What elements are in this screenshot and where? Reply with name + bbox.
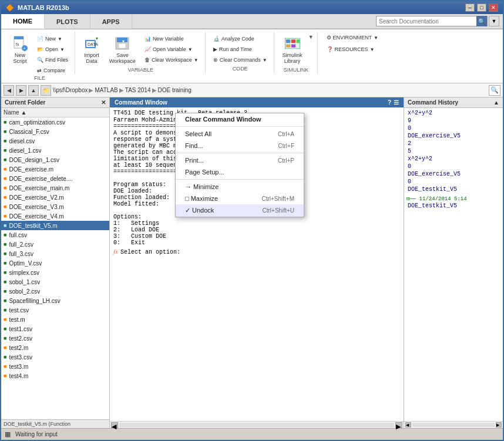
svg-rect-15 [291, 39, 295, 43]
address-search-button[interactable]: 🔍 [489, 85, 500, 96]
back-button[interactable]: ◀ [4, 85, 14, 96]
resources-button[interactable]: ❓ RESOURCES ▼ [324, 45, 381, 54]
hist-item[interactable]: DOE_exercise_V5 [406, 170, 500, 178]
list-item[interactable]: ■ test2.m [1, 343, 109, 352]
ctx-maximize[interactable]: □ Maximize Ctrl+Shift+M [176, 193, 304, 204]
simulink-library-button[interactable]: Simulink Library [279, 33, 306, 67]
list-item-selected[interactable]: ■ DOE_testkit_V5.m [1, 221, 109, 230]
horizontal-scrollbar[interactable]: ◀ ▶ [110, 421, 404, 428]
ctx-minimize[interactable]: → Minimize [176, 181, 304, 193]
find-files-button[interactable]: 🔍 Find Files [34, 55, 71, 65]
title-bar: 🔶 MATLAB R2013b ─ □ ✕ [1, 1, 503, 14]
hist-item[interactable]: 0 [406, 124, 500, 132]
list-item[interactable]: ■ Spacefilling_LH.csv [1, 296, 109, 305]
tab-home[interactable]: HOME [1, 14, 45, 29]
ctx-sep-2 [176, 153, 304, 153]
code-group-label: CODE [233, 66, 248, 73]
search-button[interactable]: 🔍 [476, 16, 487, 26]
ctx-page-setup[interactable]: Page Setup... [176, 166, 304, 178]
list-item[interactable]: ■ Classical_F.csv [1, 127, 109, 136]
folder-panel-close[interactable]: ✕ [101, 99, 106, 106]
hist-item[interactable]: 5 [406, 147, 500, 155]
find-files-icon: 🔍 [37, 57, 43, 63]
hist-item[interactable]: x^2+y^2 [406, 109, 500, 117]
list-item[interactable]: ■ simplex.csv [1, 268, 109, 277]
search-options-button[interactable]: ▼ [489, 16, 499, 26]
maximize-button[interactable]: □ [477, 4, 486, 12]
environment-button[interactable]: ⚙ ENVIRONMENT ▼ [324, 33, 381, 42]
cw-menu-icon[interactable]: ☰ [394, 99, 399, 106]
list-item[interactable]: ■ test1.csv [1, 324, 109, 334]
hist-scroll-left[interactable]: ◀ [405, 422, 411, 427]
history-content[interactable]: x^2+y^2 9 0 DOE_exercise_V5 2 5 x^2+y^2 … [404, 108, 503, 421]
analyze-code-button[interactable]: 🔬 Analyze Code [210, 34, 270, 43]
ctx-print[interactable]: Print... Ctrl+P [176, 154, 304, 166]
import-data-button[interactable]: DATA Import Data [80, 33, 103, 67]
open-button[interactable]: 📂 Open ▼ [34, 45, 71, 54]
m-icon: ■ [4, 213, 6, 219]
list-item[interactable]: ■ diesel_1.csv [1, 146, 109, 155]
col-header-name[interactable]: Name ▲ [1, 108, 109, 117]
cw-help-icon[interactable]: ? [388, 99, 391, 106]
tab-apps[interactable]: APPS [90, 14, 132, 29]
tab-plots[interactable]: PLOTS [45, 14, 90, 29]
hist-item[interactable]: DOE_testkit_V5 [406, 202, 500, 210]
list-item[interactable]: ■ DOE_exercise_V4.m [1, 211, 109, 221]
list-item[interactable]: ■ sobol_2.csv [1, 287, 109, 296]
new-variable-button[interactable]: 📊 New Variable [142, 34, 201, 43]
hist-item[interactable]: x^2+y^2 [406, 155, 500, 163]
forward-button[interactable]: ▶ [16, 85, 26, 96]
open-variable-button[interactable]: 📈 Open Variable ▼ [142, 45, 201, 54]
list-item[interactable]: ■ test4.m [1, 371, 109, 381]
list-item[interactable]: ■ cam_optimization.csv [1, 117, 109, 127]
clear-commands-button[interactable]: ⊗ Clear Commands ▼ [210, 55, 270, 65]
history-expand-icon[interactable]: ▲ [493, 99, 499, 106]
clear-workspace-icon: 🗑 [145, 57, 150, 63]
up-button[interactable]: ▲ [28, 85, 39, 96]
history-scrollbar[interactable]: ◀ ▶ [404, 421, 503, 428]
minimize-button[interactable]: ─ [465, 4, 475, 12]
search-input[interactable] [377, 18, 476, 25]
list-item[interactable]: ■ test3.m [1, 362, 109, 371]
ctx-find[interactable]: Find... Ctrl+F [176, 140, 304, 152]
list-item[interactable]: ■ test2.csv [1, 334, 109, 343]
ctx-clear-command-window[interactable]: Clear Command Window [176, 113, 304, 125]
list-item[interactable]: ■ full_2.csv [1, 240, 109, 249]
list-item[interactable]: ■ test.m [1, 315, 109, 324]
hist-item[interactable]: DOE_testkit_V5 [406, 186, 500, 193]
save-workspace-button[interactable]: Save Workspace [106, 33, 139, 67]
list-item[interactable]: ■ test3.csv [1, 352, 109, 362]
list-item[interactable]: ■ full_3.csv [1, 249, 109, 258]
tab-bar: HOME PLOTS APPS 🔍 ▼ [1, 14, 503, 29]
scroll-left[interactable]: ◀ [111, 422, 118, 428]
csv-icon: ■ [4, 279, 6, 285]
clear-workspace-button[interactable]: 🗑 Clear Workspace ▼ [142, 55, 201, 65]
hist-scroll-right[interactable]: ▶ [496, 422, 502, 427]
list-item[interactable]: ■ DOE_exercise_V2.m [1, 193, 109, 202]
new-script-icon: fx + [12, 35, 28, 52]
ctx-undock[interactable]: ✓ Undock Ctrl+Shift+U [176, 204, 304, 217]
new-button[interactable]: 📄 New ▼ [34, 34, 71, 43]
new-script-button[interactable]: fx + New Script [8, 33, 32, 67]
list-item[interactable]: ■ DOE_design_1.csv [1, 155, 109, 164]
list-item[interactable]: ■ DOE_exercise.m [1, 164, 109, 174]
list-item[interactable]: ■ sobol_1.csv [1, 277, 109, 287]
list-item[interactable]: ■ DOE_exercise_V3.m [1, 202, 109, 211]
ctx-select-all[interactable]: Select All Ctrl+A [176, 128, 304, 140]
list-item[interactable]: ■ DOE_exercise_main.m [1, 183, 109, 193]
compare-button[interactable]: ⇄ Compare [34, 66, 71, 75]
close-button[interactable]: ✕ [489, 4, 498, 12]
hist-item[interactable]: 2 [406, 140, 500, 147]
hist-item[interactable]: 0 [406, 163, 500, 170]
hist-item[interactable]: 9 [406, 117, 500, 124]
scroll-right[interactable]: ▶ [395, 422, 402, 428]
hist-item[interactable]: 0 [406, 178, 500, 186]
list-item[interactable]: ■ Optim_V.csv [1, 258, 109, 268]
hist-item[interactable]: DOE_exercise_V5 [406, 132, 500, 140]
browse-button[interactable]: 📁 [41, 85, 51, 96]
list-item[interactable]: ■ full.csv [1, 230, 109, 240]
run-and-time-button[interactable]: ▶ Run and Time [210, 45, 270, 54]
list-item[interactable]: ■ diesel.csv [1, 136, 109, 146]
list-item[interactable]: ■ test.csv [1, 305, 109, 315]
list-item[interactable]: ■ DOE_exercise_delete.... [1, 174, 109, 183]
